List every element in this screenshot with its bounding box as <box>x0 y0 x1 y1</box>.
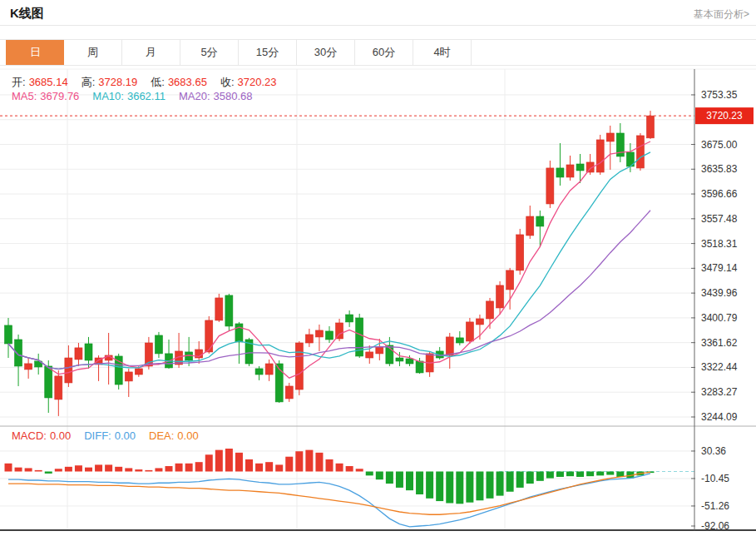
macd-histogram-bar <box>356 469 363 471</box>
candle-body <box>487 301 494 319</box>
title-divider <box>0 25 756 26</box>
candle-body <box>536 216 544 226</box>
macd-histogram-bar <box>175 464 183 472</box>
current-price-box-value: 3720.23 <box>706 110 743 122</box>
macd-histogram-bar <box>305 450 313 472</box>
macd-histogram-bar <box>376 471 383 479</box>
macd-histogram-bar <box>105 464 112 471</box>
ma-row-ma10-value: 3662.11 <box>127 90 166 102</box>
candle-body <box>135 369 142 375</box>
candle-body <box>125 372 132 381</box>
candle-body <box>25 364 32 370</box>
macd-histogram-bar <box>275 464 283 471</box>
page-title: K线图 <box>10 6 44 22</box>
tab-4hour[interactable]: 4时 <box>413 40 472 65</box>
candle-body <box>566 165 574 177</box>
macd-histogram-bar <box>155 468 162 471</box>
candle-body <box>45 366 52 398</box>
candle-body <box>406 359 413 364</box>
macd-row-diff-label: DIFF: <box>84 429 111 442</box>
chart-bottom-border <box>0 529 756 531</box>
tab-30min[interactable]: 30分 <box>297 40 355 65</box>
macd-histogram-bar <box>295 451 303 471</box>
macd-histogram-bar <box>346 466 353 471</box>
tab-day[interactable]: 日 <box>6 40 65 65</box>
ma-row-ma5-label: MA5: <box>12 90 37 102</box>
macd-row-dea-label: DEA: <box>149 429 174 442</box>
tab-60min[interactable]: 60分 <box>355 40 413 65</box>
macd-histogram-bar <box>225 449 233 471</box>
ohlc-row-close-label: 收: <box>220 76 235 88</box>
price-axis-label: 3400.79 <box>701 312 738 324</box>
macd-histogram-bar <box>65 467 72 472</box>
macd-histogram-bar <box>546 471 554 478</box>
macd-histogram-bar <box>235 453 243 472</box>
price-axis-label: 3361.62 <box>701 337 738 349</box>
ohlc-row-low-value: 3683.65 <box>168 76 207 88</box>
price-axis-label: 3479.14 <box>701 262 738 274</box>
macd-histogram-bar <box>366 471 373 475</box>
macd-axis-label: -51.26 <box>701 500 729 512</box>
candle-body <box>606 133 614 141</box>
ma-row-ma5-value: 3679.76 <box>40 90 79 102</box>
fundamental-analysis-link[interactable]: 基本面分析> <box>694 7 749 22</box>
macd-histogram-bar <box>556 471 564 476</box>
price-axis-label: 3244.09 <box>701 411 738 423</box>
price-axis-label: 3557.48 <box>701 213 738 225</box>
macd-histogram-bar <box>45 471 52 473</box>
macd-histogram-bar <box>215 450 223 472</box>
macd-histogram-bar <box>456 471 463 504</box>
tab-15min[interactable]: 15分 <box>239 40 297 65</box>
macd-row-macd-label: MACD: <box>12 429 47 442</box>
candle-body <box>5 325 12 344</box>
macd-legend-row: MACD:0.00DIFF:0.00DEA:0.00 <box>12 429 212 442</box>
candle-body <box>466 322 473 341</box>
macd-histogram-bar <box>336 464 343 472</box>
macd-histogram-bar <box>145 470 152 472</box>
candle-body <box>305 335 313 343</box>
macd-histogram-bar <box>205 454 213 471</box>
macd-histogram-bar <box>115 467 122 472</box>
candle-body <box>446 337 453 355</box>
price-axis-label: 3439.96 <box>701 287 738 299</box>
price-axis-label: 3753.35 <box>701 89 738 101</box>
candle-body <box>516 235 524 270</box>
ma-row-ma20-label: MA20: <box>179 90 210 102</box>
macd-histogram-bar <box>466 471 473 502</box>
macd-histogram-bar <box>497 471 504 495</box>
macd-axis-label: 30.36 <box>701 445 726 457</box>
candle-body <box>185 352 193 360</box>
price-axis-label: 3322.44 <box>701 361 738 373</box>
macd-histogram-bar <box>125 468 132 471</box>
tab-5min[interactable]: 5分 <box>180 40 239 65</box>
macd-histogram-bar <box>25 468 32 471</box>
ma-row-ma10-label: MA10: <box>92 90 124 102</box>
macd-histogram-bar <box>436 471 443 501</box>
tab-month[interactable]: 月 <box>122 40 180 65</box>
macd-row-diff-value: 0.00 <box>115 429 136 442</box>
macd-histogram-bar <box>406 471 413 490</box>
candle-body <box>255 369 263 375</box>
interval-tabbar: 日周月5分15分30分60分4时 <box>0 39 756 66</box>
macd-histogram-bar <box>566 471 574 476</box>
ma-legend-row: MA5:3679.76MA10:3662.11MA20:3580.68 <box>12 90 266 102</box>
macd-histogram-bar <box>5 464 12 472</box>
candle-body <box>235 324 243 342</box>
macd-histogram-bar <box>265 462 273 471</box>
candle-body <box>85 344 92 360</box>
macd-histogram-bar <box>135 469 142 471</box>
macd-histogram-bar <box>516 471 524 487</box>
candle-body <box>576 164 584 171</box>
macd-histogram-bar <box>586 471 594 476</box>
candle-body <box>55 376 62 400</box>
ma20-line <box>8 211 650 370</box>
candle-body <box>225 295 233 326</box>
candle-body <box>15 340 22 366</box>
candle-body <box>636 136 644 168</box>
price-axis-label: 3675.00 <box>701 139 738 151</box>
tab-week[interactable]: 周 <box>64 40 122 65</box>
macd-histogram-bar <box>506 471 514 491</box>
candle-body <box>115 356 122 385</box>
candle-body <box>65 358 72 383</box>
macd-histogram-bar <box>85 468 92 472</box>
